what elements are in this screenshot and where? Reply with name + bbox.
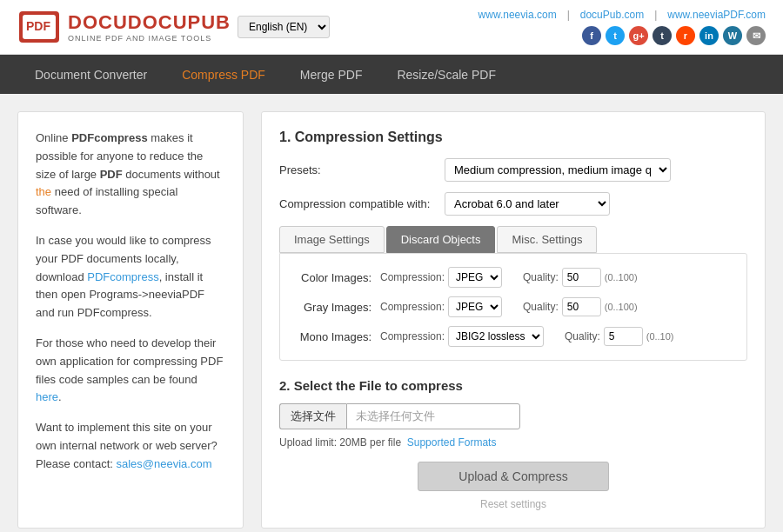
email-icon[interactable]: ✉ [746,26,766,45]
color-qual-label: Quality: [523,271,559,283]
logo-colored: DOCU [68,11,128,33]
supported-formats-link[interactable]: Supported Formats [407,436,497,449]
color-compression-select[interactable]: JPEG [448,267,502,288]
tumblr-icon[interactable]: t [652,26,672,45]
file-section-title: 2. Select the File to compress [279,378,747,393]
color-quality-range: (0..100) [605,272,638,283]
wordpress-icon[interactable]: W [723,26,742,45]
presets-label: Presets: [279,163,445,176]
settings-tabs: Image Settings Discard Objects Misc. Set… [279,226,747,253]
gray-images-label: Gray Images: [293,301,380,314]
reddit-icon[interactable]: r [676,26,695,45]
main-content: Online PDFcompress makes it possible for… [0,94,783,532]
sidebar-para1: Online PDFcompress makes it possible for… [36,130,225,220]
mono-images-fields: Compression: JBIG2 lossless Quality: (0.… [380,326,674,347]
logo-name: DOCUDOCUPUB [68,11,231,34]
sidebar: Online PDFcompress makes it possible for… [17,111,244,529]
mono-images-label: Mono Images: [293,330,380,343]
mono-quality-range: (0..10) [646,331,674,342]
googleplus-icon[interactable]: g+ [629,26,648,45]
compat-row: Compression compatible with: Acrobat 6.0… [279,192,747,216]
sidebar-para3: For those who need to develop their own … [36,335,225,407]
header-links: www.neevia.com | docuPub.com | www.neevi… [478,9,766,21]
language-select[interactable]: English (EN) [238,16,330,38]
reset-settings-link[interactable]: Reset settings [279,498,747,510]
mono-quality-input[interactable] [604,327,643,346]
tab-image-settings[interactable]: Image Settings [279,226,385,253]
docupub-link[interactable]: docuPub.com [580,9,644,21]
logo-subtitle: ONLINE PDF AND IMAGE TOOLS [68,34,231,43]
nav-merge-pdf[interactable]: Merge PDF [283,55,380,94]
svg-text:PDF: PDF [26,19,50,33]
logo-icon: PDF [17,10,61,44]
gray-comp-label: Compression: [380,301,445,313]
compression-section-title: 1. Compression Settings [279,130,747,145]
mono-compression-select[interactable]: JBIG2 lossless [448,326,544,347]
header: PDF DOCUDOCUPUB ONLINE PDF AND IMAGE TOO… [0,0,783,55]
logo-area: PDF DOCUDOCUPUB ONLINE PDF AND IMAGE TOO… [17,10,330,44]
gray-images-fields: Compression: JPEG Quality: (0..100) [380,296,638,317]
pdfcompress-link[interactable]: PDFcompress [87,270,158,283]
gray-quality-range: (0..100) [605,302,638,312]
neevia-link-1[interactable]: www.neevia.com [478,9,557,21]
tab-discard-objects[interactable]: Discard Objects [386,226,496,253]
sidebar-para2: In case you would like to compress your … [36,232,225,323]
sales-email-link[interactable]: sales@neevia.com [117,457,212,470]
nav: Document Converter Compress PDF Merge PD… [0,55,783,94]
here-link[interactable]: here [36,390,58,403]
compat-select[interactable]: Acrobat 6.0 and later [445,192,610,216]
right-panel: 1. Compression Settings Presets: Medium … [261,111,766,529]
social-icons: f t g+ t r in W ✉ [582,26,766,45]
color-images-fields: Compression: JPEG Quality: (0..100) [380,267,638,288]
facebook-icon[interactable]: f [582,26,601,45]
color-images-label: Color Images: [293,271,380,284]
tab-misc-settings[interactable]: Misc. Settings [497,226,597,253]
file-input-row: 选择文件 未选择任何文件 [279,403,747,429]
upload-limit-text: Upload limit: 20MB per file Supported Fo… [279,436,747,449]
nav-resize-scale-pdf[interactable]: Resize/Scale PDF [379,55,513,94]
gray-quality-input[interactable] [562,297,601,316]
header-right: www.neevia.com | docuPub.com | www.neevi… [478,9,766,45]
gray-compression-select[interactable]: JPEG [448,296,502,317]
presets-row: Presets: Medium compression, medium imag… [279,158,747,182]
sidebar-para4: Want to implement this site on your own … [36,419,225,473]
logo-text: DOCUDOCUPUB ONLINE PDF AND IMAGE TOOLS [68,11,231,43]
linkedin-icon[interactable]: in [699,26,719,45]
twitter-icon[interactable]: t [606,26,625,45]
mono-images-row: Mono Images: Compression: JBIG2 lossless… [293,326,733,347]
settings-box: Color Images: Compression: JPEG Quality:… [279,253,747,361]
mono-comp-label: Compression: [380,330,445,342]
color-images-row: Color Images: Compression: JPEG Quality:… [293,267,733,288]
upload-compress-button[interactable]: Upload & Compress [418,462,609,491]
gray-qual-label: Quality: [523,301,559,313]
compat-label: Compression compatible with: [279,197,445,210]
neevia-link-2[interactable]: www.neeviaPDF.com [667,9,766,21]
color-quality-input[interactable] [562,268,601,287]
color-comp-label: Compression: [380,271,445,283]
file-name-display: 未选择任何文件 [346,403,520,429]
nav-document-converter[interactable]: Document Converter [17,55,164,94]
file-choose-button[interactable]: 选择文件 [279,403,346,429]
mono-qual-label: Quality: [565,330,600,342]
presets-select[interactable]: Medium compression, medium image quality [445,158,671,182]
nav-compress-pdf[interactable]: Compress PDF [164,55,283,94]
gray-images-row: Gray Images: Compression: JPEG Quality: … [293,296,733,317]
